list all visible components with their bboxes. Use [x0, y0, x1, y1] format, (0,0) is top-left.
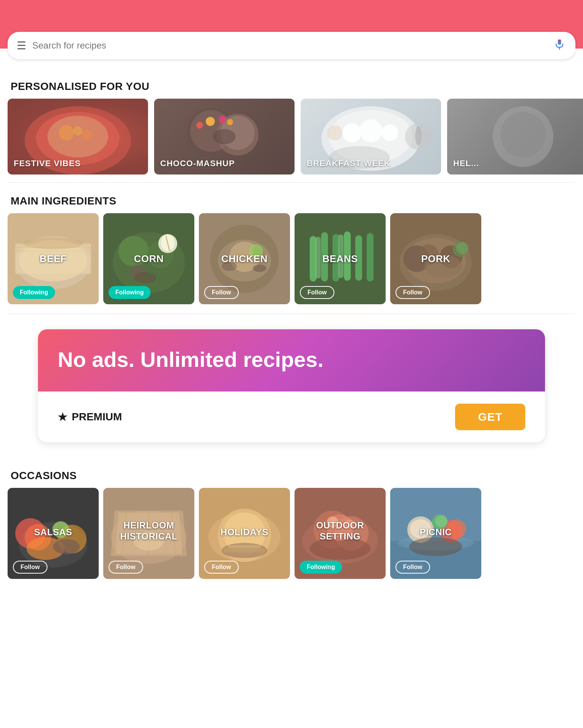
- beef-label: BEEF: [39, 253, 66, 265]
- premium-bottom[interactable]: ★ PREMIUM GET: [38, 392, 545, 442]
- svg-point-19: [213, 129, 236, 144]
- search-bar[interactable]: ☰: [8, 32, 575, 59]
- svg-point-7: [59, 125, 74, 140]
- svg-point-26: [415, 126, 421, 145]
- premium-text: PREMIUM: [72, 411, 122, 423]
- personalised-carousel[interactable]: FESTIVE VIBES CHOCO-MASHUP: [0, 99, 583, 182]
- beans-label: BEANS: [322, 253, 358, 265]
- svg-rect-62: [315, 237, 321, 278]
- ingredient-card-chicken[interactable]: CHICKEN Follow: [199, 213, 290, 304]
- occasion-card-picnic[interactable]: PICNIC Follow: [390, 488, 481, 579]
- heirloom-follow-button[interactable]: Follow: [109, 561, 143, 574]
- choco-mashup-label: CHOCO-MASHUP: [160, 159, 235, 168]
- festive-vibes-label: FESTIVE VIBES: [14, 159, 81, 168]
- mic-icon[interactable]: [553, 37, 566, 54]
- hel-label: HEL...: [453, 159, 479, 168]
- top-status-bar: [0, 0, 583, 18]
- chicken-follow-button[interactable]: Follow: [204, 286, 239, 299]
- occasions-carousel[interactable]: SALSAS Follow HEIRLOOM HISTORICAL Follow: [0, 488, 583, 594]
- beans-follow-button[interactable]: Follow: [300, 286, 334, 299]
- svg-rect-61: [367, 233, 373, 281]
- svg-point-54: [253, 264, 266, 272]
- search-input[interactable]: [32, 40, 548, 51]
- chicken-label: CHICKEN: [221, 253, 268, 265]
- section-divider-2: [8, 313, 575, 314]
- svg-point-30: [500, 112, 546, 157]
- pork-label: PORK: [421, 253, 450, 265]
- svg-point-113: [435, 515, 447, 527]
- svg-point-23: [359, 119, 382, 142]
- occasion-card-salsas[interactable]: SALSAS Follow: [8, 488, 99, 579]
- beef-follow-button[interactable]: Following: [13, 286, 55, 299]
- svg-point-27: [327, 125, 342, 140]
- premium-top: No ads. Unlimited recipes.: [38, 329, 545, 392]
- pork-follow-button[interactable]: Follow: [395, 286, 430, 299]
- corn-label: CORN: [134, 253, 164, 265]
- premium-banner[interactable]: No ads. Unlimited recipes. ★ PREMIUM GET: [38, 329, 545, 442]
- svg-point-9: [73, 126, 82, 135]
- holidays-label: HOLIDAYS: [203, 527, 285, 538]
- personalised-card-choco[interactable]: CHOCO-MASHUP: [154, 99, 295, 175]
- svg-point-17: [227, 119, 233, 125]
- ingredient-card-pork[interactable]: PORK Follow: [390, 213, 481, 304]
- ingredient-card-beef[interactable]: BEEF Following: [8, 213, 99, 304]
- svg-point-22: [342, 123, 361, 142]
- breakfast-week-label: BREAKFAST WEEK: [307, 159, 391, 168]
- svg-point-16: [219, 116, 226, 123]
- occasion-card-outdoor[interactable]: OUTDOOR SETTING Following: [295, 488, 386, 579]
- outdoor-label: OUTDOOR SETTING: [299, 520, 381, 542]
- svg-point-46: [134, 272, 156, 283]
- app-header: ☰: [0, 18, 583, 49]
- holidays-follow-button[interactable]: Follow: [204, 561, 239, 574]
- heirloom-label: HEIRLOOM HISTORICAL: [108, 520, 190, 542]
- occasions-section-header: OCCASIONS: [0, 458, 583, 488]
- salsas-follow-button[interactable]: Follow: [13, 561, 47, 574]
- personalised-card-festive[interactable]: FESTIVE VIBES: [8, 99, 148, 175]
- star-icon: ★: [58, 411, 67, 423]
- picnic-follow-button[interactable]: Follow: [395, 561, 430, 574]
- hamburger-icon[interactable]: ☰: [17, 39, 26, 52]
- get-premium-button[interactable]: GET: [455, 404, 525, 430]
- svg-point-37: [23, 238, 84, 249]
- personalised-section-header: PERSONALISED FOR YOU: [0, 68, 583, 99]
- svg-point-18: [196, 122, 203, 129]
- premium-label: ★ PREMIUM: [58, 411, 122, 423]
- occasion-card-holidays[interactable]: HOLIDAYS Follow: [199, 488, 290, 579]
- svg-point-24: [381, 124, 398, 141]
- premium-title: No ads. Unlimited recipes.: [58, 347, 525, 372]
- svg-rect-3: [558, 39, 561, 42]
- svg-point-6: [47, 116, 108, 157]
- personalised-card-breakfast[interactable]: BREAKFAST WEEK: [301, 99, 441, 175]
- corn-follow-button[interactable]: Following: [109, 286, 151, 299]
- occasion-card-heirloom[interactable]: HEIRLOOM HISTORICAL Follow: [103, 488, 194, 579]
- main-content: PERSONALISED FOR YOU FESTIVE VIBES: [0, 49, 583, 594]
- svg-point-8: [82, 129, 93, 140]
- main-ingredients-section-header: MAIN INGREDIENTS: [0, 183, 583, 213]
- salsas-label: SALSAS: [12, 527, 94, 538]
- outdoor-follow-button[interactable]: Following: [300, 561, 342, 574]
- ingredient-card-corn[interactable]: CORN Following: [103, 213, 194, 304]
- svg-point-111: [409, 537, 462, 556]
- svg-point-72: [456, 242, 468, 254]
- svg-point-80: [53, 539, 80, 554]
- picnic-label: PICNIC: [395, 527, 477, 538]
- ingredient-card-beans[interactable]: BEANS Follow: [295, 213, 386, 304]
- ingredients-carousel[interactable]: BEEF Following CORN Following: [0, 213, 583, 313]
- personalised-card-hel[interactable]: HEL...: [447, 99, 583, 175]
